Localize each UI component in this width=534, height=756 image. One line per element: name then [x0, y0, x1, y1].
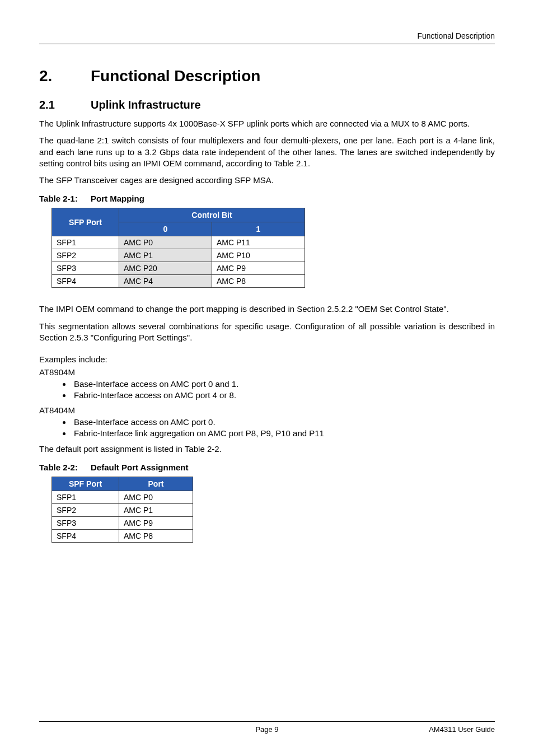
- table-row: SFP2 AMC P1: [52, 504, 193, 517]
- table-cell: AMC P9: [212, 262, 305, 275]
- table-cell: SFP1: [52, 236, 119, 249]
- chapter-number: 2.: [39, 67, 91, 85]
- table-row: SFP3 AMC P9: [52, 517, 193, 530]
- chapter-title: Functional Description: [91, 67, 260, 85]
- section-heading: 2.1Uplink Infrastructure: [39, 99, 495, 111]
- table-cell: AMC P4: [119, 275, 212, 288]
- footer-rule: [39, 721, 495, 722]
- table-cell: SFP2: [52, 249, 119, 262]
- chapter-heading: 2.Functional Description: [39, 67, 495, 85]
- page-footer: Page 9 AM4311 User Guide: [39, 721, 495, 734]
- table-cell: AMC P11: [212, 236, 305, 249]
- table-header: SPF Port: [52, 477, 119, 491]
- list-item: Base-Interface access on AMC port 0 and …: [72, 379, 495, 389]
- model-name: AT8404M: [39, 405, 495, 415]
- table-title: Default Port Assignment: [91, 463, 188, 472]
- table-cell: SFP3: [52, 262, 119, 275]
- table-cell: AMC P20: [119, 262, 212, 275]
- table-caption: Table 2-2:Default Port Assignment: [39, 463, 495, 472]
- body-paragraph: The IMPI OEM command to change the port …: [39, 304, 495, 315]
- table-cell: SFP4: [52, 530, 119, 543]
- section-number: 2.1: [39, 99, 91, 111]
- header-rule: [39, 44, 495, 44]
- table-row: SFP1 AMC P0 AMC P11: [52, 236, 305, 249]
- table-cell: AMC P9: [119, 517, 193, 530]
- table-header: SFP Port: [52, 208, 119, 236]
- table-header: Port: [119, 477, 193, 491]
- table-cell: AMC P1: [119, 249, 212, 262]
- table-row: SFP4 AMC P8: [52, 530, 193, 543]
- examples-intro: Examples include:: [39, 354, 495, 364]
- table-caption: Table 2-1:Port Mapping: [39, 194, 495, 203]
- table-cell: SFP1: [52, 491, 119, 504]
- default-port-assignment-table: SPF Port Port SFP1 AMC P0 SFP2 AMC P1 SF…: [51, 477, 193, 543]
- list-item: Fabric-Interface access on AMC port 4 or…: [72, 390, 495, 400]
- table-header: 1: [212, 222, 305, 236]
- table-cell: SFP2: [52, 504, 119, 517]
- table-header: 0: [119, 222, 212, 236]
- table-cell: SFP4: [52, 275, 119, 288]
- table-number: Table 2-1:: [39, 194, 91, 203]
- table-cell: SFP3: [52, 517, 119, 530]
- table-cell: AMC P8: [119, 530, 193, 543]
- table-cell: AMC P0: [119, 236, 212, 249]
- body-paragraph: The quad-lane 2:1 switch consists of fou…: [39, 135, 495, 169]
- table-row: SFP4 AMC P4 AMC P8: [52, 275, 305, 288]
- bullet-list: Base-Interface access on AMC port 0. Fab…: [39, 417, 495, 438]
- page: Functional Description 2.Functional Desc…: [0, 0, 534, 756]
- table-cell: AMC P1: [119, 504, 193, 517]
- port-mapping-table: SFP Port Control Bit 0 1 SFP1 AMC P0 AMC…: [51, 208, 305, 288]
- running-title: Functional Description: [39, 31, 495, 40]
- footer-doc-title: AM4311 User Guide: [343, 725, 495, 734]
- list-item: Base-Interface access on AMC port 0.: [72, 417, 495, 427]
- table-header: Control Bit: [119, 208, 305, 222]
- section-title: Uplink Infrastructure: [91, 99, 201, 111]
- footer-page-number: Page 9: [191, 725, 343, 734]
- body-paragraph: The Uplink Infrastructure supports 4x 10…: [39, 118, 495, 129]
- body-paragraph: The default port assignment is listed in…: [39, 444, 495, 455]
- table-row: SFP3 AMC P20 AMC P9: [52, 262, 305, 275]
- footer-left: [39, 725, 191, 734]
- table-cell: AMC P0: [119, 491, 193, 504]
- list-item: Fabric-Interface link aggregation on AMC…: [72, 428, 495, 438]
- model-name: AT8904M: [39, 367, 495, 377]
- table-row: SFP1 AMC P0: [52, 491, 193, 504]
- table-cell: AMC P10: [212, 249, 305, 262]
- table-number: Table 2-2:: [39, 463, 91, 472]
- page-header: Functional Description: [39, 31, 495, 50]
- body-paragraph: The SFP Transceiver cages are designed a…: [39, 175, 495, 186]
- table-cell: AMC P8: [212, 275, 305, 288]
- bullet-list: Base-Interface access on AMC port 0 and …: [39, 379, 495, 400]
- table-title: Port Mapping: [91, 194, 144, 203]
- body-paragraph: This segmentation allows several combina…: [39, 321, 495, 344]
- table-row: SFP2 AMC P1 AMC P10: [52, 249, 305, 262]
